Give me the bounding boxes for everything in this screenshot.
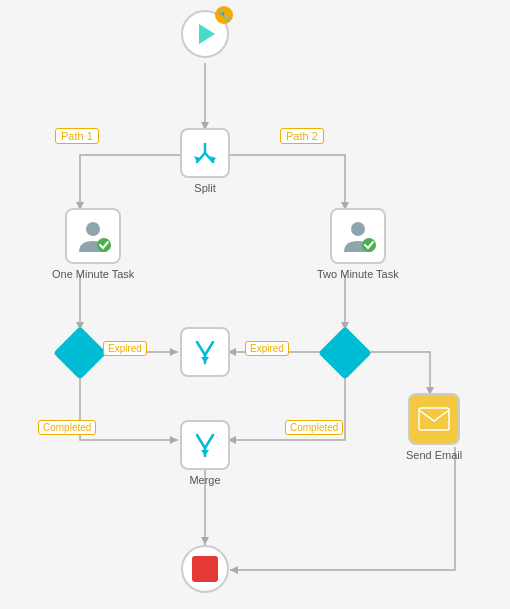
- expired2-label: Expired: [245, 341, 289, 356]
- task2-node[interactable]: Two Minute Task: [317, 208, 399, 280]
- svg-marker-14: [170, 436, 178, 444]
- svg-marker-9: [170, 348, 178, 356]
- task2-icon: [339, 217, 377, 255]
- task2-label: Two Minute Task: [317, 268, 399, 280]
- email-label: Send Email: [406, 449, 462, 461]
- diamond2-shape: [318, 326, 372, 380]
- completed2-label: Completed: [285, 420, 343, 435]
- play-icon: [199, 24, 215, 44]
- task1-node[interactable]: One Minute Task: [52, 208, 134, 280]
- svg-marker-17: [201, 537, 209, 545]
- completed1-label: Completed: [38, 420, 96, 435]
- wrench-badge: 🔧: [215, 6, 233, 24]
- end-node[interactable]: [181, 545, 229, 593]
- merge-icon: [190, 430, 220, 460]
- split-node[interactable]: Split: [180, 128, 230, 194]
- svg-marker-13: [230, 566, 238, 574]
- svg-point-20: [86, 222, 100, 236]
- workflow-diagram: 🔧 Split Path 1 Path 2: [0, 0, 510, 609]
- split-label: Split: [194, 182, 215, 194]
- split-icon: [190, 138, 220, 168]
- end-square: [192, 556, 218, 582]
- diamond2-node[interactable]: [322, 330, 368, 376]
- diamond1-shape: [53, 326, 107, 380]
- svg-marker-26: [201, 450, 209, 456]
- task1-icon: [74, 217, 112, 255]
- email-icon: [418, 407, 450, 431]
- merge-label: Merge: [189, 474, 220, 486]
- gateway-mid-icon: [190, 337, 220, 367]
- gateway-mid-node[interactable]: [180, 327, 230, 377]
- expired1-label: Expired: [103, 341, 147, 356]
- email-node[interactable]: Send Email: [406, 393, 462, 461]
- svg-rect-25: [419, 408, 449, 430]
- path1-label: Path 1: [55, 128, 99, 144]
- path2-label: Path 2: [280, 128, 324, 144]
- start-node[interactable]: 🔧: [181, 10, 229, 58]
- diamond1-node[interactable]: [57, 330, 103, 376]
- svg-marker-24: [201, 357, 209, 363]
- svg-point-22: [351, 222, 365, 236]
- task1-label: One Minute Task: [52, 268, 134, 280]
- merge-node[interactable]: Merge: [180, 420, 230, 486]
